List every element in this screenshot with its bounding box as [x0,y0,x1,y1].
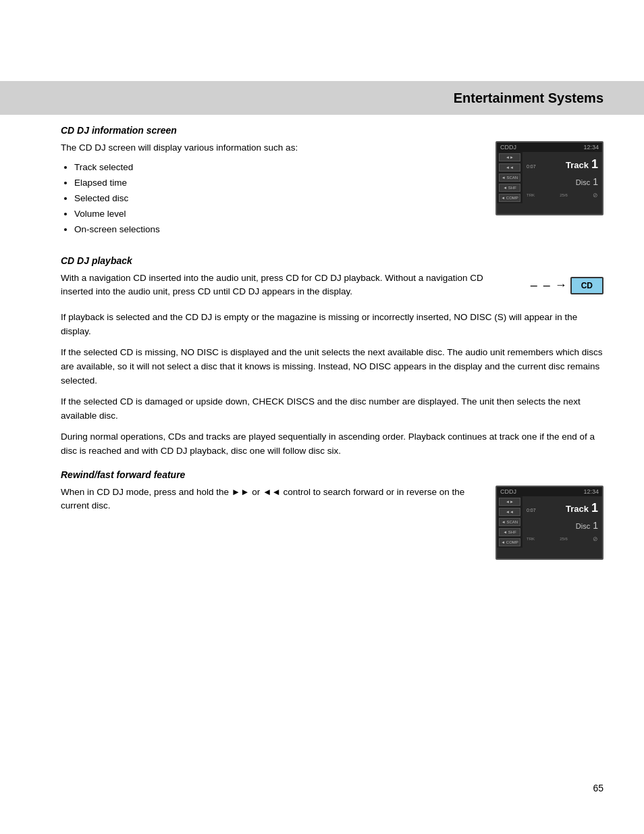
playback-para1: With a navigation CD inserted into the a… [61,271,510,299]
cddj-settings-icon: ⊘ [593,192,598,199]
cddj-trk-value: 25/6 [560,193,568,197]
info-bullet-list: Track selected Elapsed time Selected dis… [74,160,475,238]
cddj-bottom-2: TRK 25/6 ⊘ [527,536,598,542]
rewind-row: When in CD DJ mode, press and hold the ►… [61,486,603,560]
cddj-right-1: 0:07 Track 1 Disc 1 TR [522,152,602,203]
cddj-elapsed: 0:07 [527,164,536,169]
bullet-volume: Volume level [74,207,475,222]
section-cd-dj-info: CD DJ information screen The CD DJ scree… [61,125,603,244]
cddj-disc-label-2: Disc [576,522,590,530]
info-intro: The CD DJ screen will display various in… [61,141,475,155]
cddj-right-2: 0:07 Track 1 Disc 1 TR [522,496,602,548]
cddj-screen-container-2: CDDJ 12:34 ◄► ◄◄ ◄ SCAN [495,486,603,560]
dashes-icon: – – [531,278,552,292]
section-cd-dj-playback: CD DJ playback With a navigation CD inse… [61,255,603,459]
cddj-btn-skip: ◄► [499,153,520,161]
cddj-disc-num-2: 1 [593,520,598,531]
cddj-btn-comp-2: ◄ COMP [499,538,520,546]
cddj-track-label-2: Track [566,504,589,514]
arrow-icon: → [555,278,567,292]
cddj-trk-label: TRK [527,193,535,197]
playback-para2: If playback is selected and the CD DJ is… [61,311,603,339]
bullet-disc: Selected disc [74,191,475,207]
cddj-track-area-2: 0:07 Track 1 [527,501,598,515]
cddj-disc-area-1: Disc 1 [527,176,598,187]
cddj-elapsed-2: 0:07 [527,508,536,513]
cddj-screen-2: CDDJ 12:34 ◄► ◄◄ ◄ SCAN [495,486,603,560]
page-number: 65 [593,783,603,793]
rewind-text-col: When in CD DJ mode, press and hold the ►… [61,486,475,519]
cddj-time-2: 12:34 [583,488,599,495]
cddj-body-2: ◄► ◄◄ ◄ SCAN ◄ SHF [497,496,602,548]
cddj-trk-label-2: TRK [527,537,535,541]
cddj-btn-shf-2: ◄ SHF [499,528,520,536]
cddj-track-num-1: 1 [591,157,598,172]
playback-row: With a navigation CD inserted into the a… [61,271,603,305]
cddj-btn-shf: ◄ SHF [499,184,520,192]
playback-para3: If the selected CD is missing, NO DISC i… [61,346,603,388]
cddj-disc-num-1: 1 [593,176,598,187]
info-row: The CD DJ screen will display various in… [61,141,603,244]
cddj-trk-value-2: 25/6 [560,537,568,541]
cddj-btn-scan: ◄ SCAN [499,174,520,182]
bullet-elapsed: Elapsed time [74,176,475,191]
cddj-disc-area-2: Disc 1 [527,520,598,531]
cddj-time-1: 12:34 [583,144,599,151]
cddj-btn-skip-2: ◄► [499,498,520,506]
rewind-para1: When in CD DJ mode, press and hold the ►… [61,486,475,513]
cd-button[interactable]: CD [570,277,603,294]
cddj-left-1: ◄► ◄◄ ◄ SCAN ◄ SHF [497,152,522,203]
cddj-btn-prev: ◄◄ [499,163,520,172]
section-title-cd-dj-info: CD DJ information screen [61,125,603,136]
cddj-left-2: ◄► ◄◄ ◄ SCAN ◄ SHF [497,496,522,548]
cddj-label-2: CDDJ [500,488,516,495]
main-content: CD DJ information screen The CD DJ scree… [61,125,603,571]
cddj-label-1: CDDJ [500,144,516,151]
cddj-header-2: CDDJ 12:34 [497,487,602,496]
info-text-col: The CD DJ screen will display various in… [61,141,475,244]
bullet-onscreen: On-screen selections [74,222,475,238]
cddj-screen-1: CDDJ 12:34 ◄► ◄◄ ◄ SCAN [495,141,603,215]
cddj-btn-comp: ◄ COMP [499,194,520,202]
cddj-screen-container-1: CDDJ 12:34 ◄► ◄◄ ◄ SCAN [495,141,603,215]
cddj-header-1: CDDJ 12:34 [497,142,602,152]
playback-text-col: With a navigation CD inserted into the a… [61,271,510,305]
page-title: Entertainment Systems [454,90,603,106]
cddj-track-area: 0:07 Track 1 [527,157,598,172]
playback-para4: If the selected CD is damaged or upside … [61,395,603,423]
playback-para5: During normal operations, CDs and tracks… [61,430,603,459]
section-title-playback: CD DJ playback [61,255,603,266]
cddj-btn-prev-2: ◄◄ [499,508,520,516]
cddj-track-num-2: 1 [591,501,598,515]
cddj-settings-icon-2: ⊘ [593,536,598,542]
section-rewind: Rewind/fast forward feature When in CD D… [61,469,603,560]
cd-button-col: – – → CD [531,271,603,294]
cddj-disc-label-1: Disc [576,178,590,186]
cddj-bottom-1: TRK 25/6 ⊘ [527,192,598,199]
bullet-track: Track selected [74,160,475,176]
cddj-btn-scan-2: ◄ SCAN [499,518,520,526]
cd-button-area: – – → CD [531,277,603,294]
cddj-body-1: ◄► ◄◄ ◄ SCAN ◄ SHF [497,152,602,203]
header-banner: Entertainment Systems [0,81,644,115]
cddj-track-label-1: Track [566,160,589,170]
section-title-rewind: Rewind/fast forward feature [61,469,603,480]
